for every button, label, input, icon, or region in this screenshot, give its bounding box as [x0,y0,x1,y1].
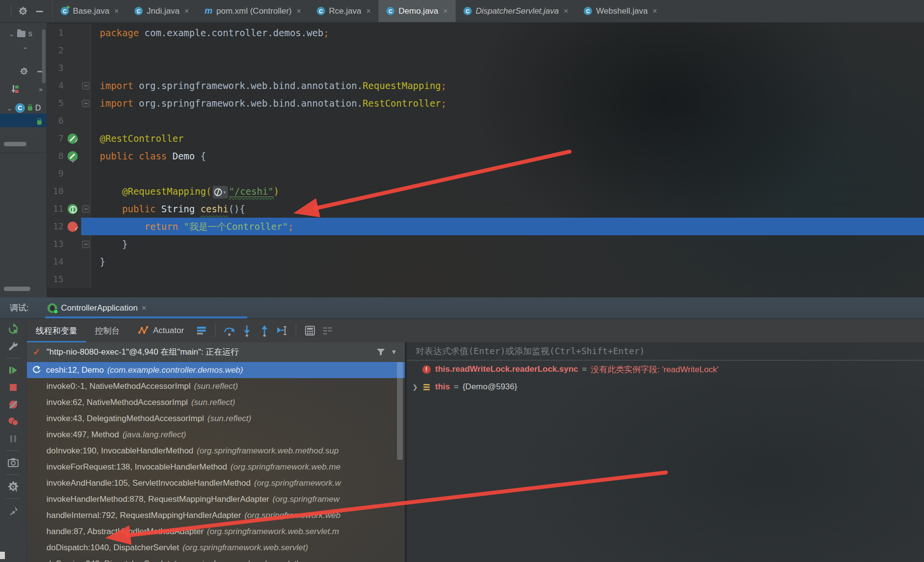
fold-column[interactable] [81,253,91,270]
expand-chevron-icon[interactable]: ❯ [410,383,420,391]
code-line-5[interactable]: 5−import org.springframework.web.bind.an… [47,94,924,112]
scrollbar-thumb[interactable] [4,142,26,146]
fold-column[interactable] [81,270,91,288]
stack-frame-row[interactable]: handle:87, AbstractHandlerMethodAdapter(… [27,523,405,540]
structure-class-row[interactable]: ⌄ C D [0,103,46,113]
evaluate-grid-button[interactable] [304,324,316,337]
gutter-cell[interactable] [64,218,81,235]
session-tab-controllerapplication[interactable]: ControllerApplication × [47,303,147,313]
stack-frame-row[interactable]: handleInternal:792, RequestMappingHandle… [27,507,405,523]
gutter-cell[interactable] [64,235,81,253]
stack-frame-row[interactable]: ceshi:12, Demo(com.example.controller.de… [27,362,405,378]
stack-frame-row[interactable]: doInvoke:190, InvocableHandlerMethod(org… [27,443,405,459]
code-line-2[interactable]: 2 [47,42,924,59]
stack-frame-row[interactable]: invokeAndHandle:105, ServletInvocableHan… [27,475,405,491]
code-line-7[interactable]: 7@RestController [47,130,924,147]
spring-bean-icon[interactable] [67,151,78,161]
fold-end-icon[interactable]: − [82,241,89,248]
fold-column[interactable]: − [81,200,91,218]
gutter-cell[interactable] [64,200,81,218]
close-icon[interactable]: × [142,303,147,313]
stop-icon[interactable] [7,381,20,394]
code-line-8[interactable]: 8public class Demo { [47,147,924,165]
camera-icon[interactable] [7,456,20,469]
gutter-cell[interactable] [64,94,81,112]
scrollbar[interactable] [42,29,45,83]
minimize-icon[interactable] [35,6,44,16]
close-icon[interactable]: × [366,7,371,16]
code-line-13[interactable]: 13− } [47,235,924,253]
gutter-cell[interactable] [64,253,81,270]
fold-column[interactable] [81,42,91,59]
code-line-9[interactable]: 9 [47,165,924,182]
fold-column[interactable]: − [81,235,91,253]
watch-row[interactable]: ❯this={Demo@5936} [407,378,924,396]
fold-column[interactable] [81,24,91,42]
frames-scrollbar-thumb[interactable] [397,362,403,460]
stack-frame-row[interactable]: invokeHandlerMethod:878, RequestMappingH… [27,491,405,507]
fold-start-icon[interactable]: − [82,82,89,90]
gear-icon[interactable] [18,6,28,16]
step-into-button[interactable] [241,324,253,337]
fold-end-icon[interactable]: − [82,100,89,107]
run-to-cursor-button[interactable] [276,324,288,337]
code-line-6[interactable]: 6 [47,112,924,130]
code-editor[interactable]: ⌄ s ⌄ » ⌄ C D [0,22,924,297]
settings-gear-icon[interactable] [7,480,20,493]
close-icon[interactable]: × [653,7,657,16]
close-icon[interactable]: × [443,7,448,16]
close-icon[interactable]: × [114,7,119,16]
gutter-cell[interactable] [64,182,81,200]
gutter-cell[interactable] [64,77,81,94]
gutter-cell[interactable] [64,42,81,59]
stack-frame-row[interactable]: invoke:43, DelegatingMethodAccessorImpl(… [27,410,405,427]
filter-funnel-icon[interactable] [376,347,386,357]
gutter-cell[interactable] [64,147,81,165]
close-icon[interactable]: × [564,7,568,16]
gutter-cell[interactable] [64,130,81,147]
fold-column[interactable] [81,112,91,130]
fold-column[interactable] [81,59,91,77]
step-over-button[interactable] [223,324,236,337]
url-mapping-icon[interactable] [67,204,78,214]
fold-column[interactable] [81,130,91,147]
thread-selector-row[interactable]: ✓ "http-nio-8080-exec-1"@4,940 在组"main":… [27,342,405,362]
editor-tab-dispatcherservlet-java[interactable]: CDispatcherServlet.java× [456,0,576,22]
code-line-14[interactable]: 14} [47,253,924,270]
editor-tab-rce-java[interactable]: CRce.java× [309,0,378,22]
editor-tab-pom-xml-controller-[interactable]: mpom.xml (Controller)× [197,0,308,22]
close-icon[interactable]: × [184,7,189,16]
fold-column[interactable]: − [81,94,91,112]
sort-by-visibility-icon[interactable] [9,84,20,94]
editor-tab-webshell-java[interactable]: CWebshell.java× [576,0,665,22]
code-line-4[interactable]: 4−import org.springframework.web.bind.an… [47,77,924,94]
code-line-12[interactable]: 12 return "我是一个Controller"; [47,218,924,235]
editor-tab-demo-java[interactable]: CDemo.java× [378,0,456,22]
debug-tab-threads-variables[interactable]: 线程和变量 [27,319,86,342]
breakpoint-icon[interactable] [67,222,78,232]
more-icon[interactable]: » [39,86,43,93]
resume-icon[interactable] [7,364,20,377]
stack-frame-row[interactable]: invoke:497, Method(java.lang.reflect) [27,427,405,443]
mapping-globe-icon[interactable]: ▾ [213,186,228,199]
gutter-cell[interactable] [64,270,81,288]
code-line-10[interactable]: 10 @RequestMapping(▾"/ceshi") [47,182,924,200]
step-out-button[interactable] [258,324,271,337]
gutter-cell[interactable] [64,59,81,77]
wrench-icon[interactable] [7,340,20,353]
rerun-icon[interactable] [7,323,20,336]
stack-frame-row[interactable]: invoke:62, NativeMethodAccessorImpl(sun.… [27,394,405,410]
code-line-11[interactable]: 11− public String ceshi(){ [47,200,924,218]
pin-icon[interactable] [7,504,20,517]
stack-frame-row[interactable]: invokeForRequest:138, InvocableHandlerMe… [27,459,405,475]
code-line-3[interactable]: 3 [47,59,924,77]
gear-icon[interactable] [20,67,28,76]
stack-frame-row[interactable]: doService:943, DispatcherServlet(org.spr… [27,556,405,562]
fold-column[interactable] [81,218,91,235]
code-line-15[interactable]: 15 [47,270,924,288]
gutter-cell[interactable] [64,24,81,42]
pause-icon[interactable] [7,432,20,445]
fold-column[interactable] [81,182,91,200]
gutter-cell[interactable] [64,165,81,182]
fold-column[interactable]: − [81,77,91,94]
